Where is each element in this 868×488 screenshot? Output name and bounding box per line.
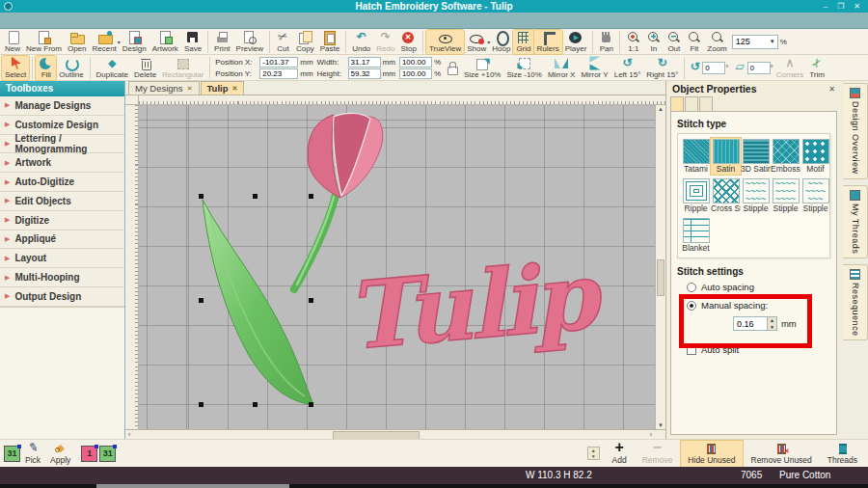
toolbar-button[interactable]: Preview	[233, 30, 266, 54]
auto-split-checkbox[interactable]	[687, 345, 696, 355]
toolbar-button[interactable]: Rulers	[534, 30, 562, 54]
scroll-up-icon[interactable]: ▲	[656, 106, 665, 112]
properties-tab[interactable]	[699, 96, 713, 111]
thread-button[interactable]: Hide Unused	[681, 441, 742, 467]
duplicate-button[interactable]: Duplicate	[94, 56, 131, 80]
close-tab-icon[interactable]: ✕	[231, 85, 237, 93]
toolbox-item[interactable]: ▶ Lettering / Monogramming	[0, 135, 124, 154]
properties-tab[interactable]	[670, 96, 684, 111]
scroll-left-icon[interactable]: ‹	[128, 431, 130, 438]
toolbar-button[interactable]: Redo	[373, 30, 397, 54]
thread-button[interactable]: Add	[606, 441, 634, 467]
toolbar-button[interactable]: Undo	[349, 30, 373, 54]
selection-handle[interactable]	[253, 194, 258, 199]
palette-swatch[interactable]: 1	[81, 446, 97, 462]
position-x-input[interactable]	[259, 57, 298, 68]
toolbar-button[interactable]: Print	[211, 30, 232, 54]
toolbar-button[interactable]: Mirror X	[545, 56, 578, 80]
toolbar-button[interactable]: Show ▾	[464, 30, 489, 54]
toolbar-button[interactable]: Out	[664, 30, 684, 54]
palette-scroll-spinner[interactable]: ▲ ▼	[587, 447, 600, 460]
pick-color-button[interactable]: Pick	[20, 442, 45, 465]
toolbar-button[interactable]: Size +10%	[461, 56, 503, 80]
selection-handle[interactable]	[309, 402, 313, 407]
toolbox-item[interactable]: ▶ Edit Objects	[0, 192, 124, 211]
toolbar-button[interactable]: Right 15°	[643, 56, 681, 80]
docked-panel-tab[interactable]: Design Overview	[843, 83, 868, 179]
spacing-value-input[interactable]	[734, 317, 767, 330]
toolbar-button[interactable]: Size -10%	[503, 56, 544, 80]
auto-spacing-radio[interactable]	[687, 283, 696, 292]
design-canvas[interactable]: Tulip	[139, 105, 655, 429]
minimize-button[interactable]: –	[824, 0, 827, 13]
selection-handle[interactable]	[199, 298, 203, 303]
stitch-type-option[interactable]: Ripple	[681, 177, 711, 214]
width-input[interactable]	[348, 57, 381, 68]
select-button[interactable]: Select	[2, 56, 29, 80]
close-panel-icon[interactable]: ✕	[828, 85, 835, 94]
vertical-scroll-thumb[interactable]	[657, 259, 665, 296]
corners-button[interactable]: Corners	[773, 56, 806, 80]
fill-button[interactable]: Fill	[36, 56, 56, 80]
palette-swatch[interactable]: 31	[99, 446, 116, 462]
scale-x-input[interactable]	[399, 57, 432, 68]
toolbar-button[interactable]: Pan	[596, 30, 616, 54]
stitch-type-option[interactable]: Cross Stitch	[711, 177, 741, 214]
toolbar-button[interactable]: Stop	[397, 30, 419, 54]
toolbar-button[interactable]: New From	[23, 30, 65, 54]
toolbar-button[interactable]: Paste	[317, 30, 342, 54]
toolbox-item[interactable]: ▶ Auto-Digitize	[0, 173, 124, 192]
stitch-type-option[interactable]: Blanket	[681, 217, 711, 254]
selection-handle[interactable]	[199, 402, 203, 407]
zoom-level-input[interactable]	[733, 37, 770, 46]
trim-button[interactable]: Trim	[806, 56, 827, 80]
toolbox-item[interactable]: ▶ Digitize	[0, 211, 124, 230]
stitch-type-option[interactable]: Embossed	[771, 138, 800, 175]
toolbox-item[interactable]: ▶ Layout	[0, 249, 124, 268]
spin-down-icon[interactable]: ▼	[768, 324, 776, 331]
toolbar-button[interactable]: Save	[181, 30, 204, 54]
toolbar-button[interactable]: Copy	[293, 30, 317, 54]
stitch-type-option[interactable]: Stipple	[771, 177, 800, 214]
selection-handle[interactable]	[309, 194, 313, 199]
close-button[interactable]: ✕	[854, 0, 860, 13]
tulip-design[interactable]: Tulip	[139, 105, 655, 427]
chevron-down-icon[interactable]: ▼	[770, 39, 777, 44]
stitch-type-option[interactable]: Stipple	[741, 177, 771, 214]
horizontal-scrollbar[interactable]: ‹ ›	[125, 429, 665, 439]
skew-angle-input[interactable]	[747, 62, 771, 74]
spin-down-icon[interactable]: ▼	[588, 453, 599, 459]
stitch-type-option[interactable]: 3D Satin	[741, 138, 771, 175]
toolbar-button[interactable]: Zoom	[704, 30, 729, 54]
outline-button[interactable]: Outline	[56, 56, 86, 80]
stitch-type-option[interactable]: Satin	[711, 138, 741, 175]
lock-proportions-icon[interactable]	[445, 61, 459, 74]
document-tab[interactable]: Tulip ✕	[201, 81, 245, 95]
toolbox-item[interactable]: ▶ Multi-Hooping	[0, 268, 124, 287]
selection-handle[interactable]	[199, 194, 203, 199]
scale-y-input[interactable]	[399, 68, 432, 79]
restore-button[interactable]: ❐	[837, 0, 844, 13]
toolbox-item[interactable]: ▶ Appliqué	[0, 230, 124, 250]
toolbar-button[interactable]: In	[643, 30, 664, 54]
stitch-type-option[interactable]: Stipple	[800, 177, 830, 214]
toolbox-item[interactable]: ▶ Manage Designs	[0, 96, 124, 116]
toolbar-button[interactable]: Open	[65, 30, 90, 54]
toolbar-button[interactable]: 1:1	[623, 30, 643, 54]
stitch-type-option[interactable]: Tatami	[681, 138, 711, 175]
toolbar-button[interactable]: Fit	[684, 30, 704, 54]
toolbar-button[interactable]: Left 15°	[611, 56, 644, 80]
thread-button[interactable]: Remove	[636, 441, 680, 467]
toolbox-item[interactable]: ▶ Customize Design	[0, 116, 124, 135]
docked-panel-tab[interactable]: My Threads	[843, 185, 868, 258]
toolbar-button[interactable]: Cut	[273, 30, 293, 54]
position-y-input[interactable]	[259, 68, 298, 79]
rectangular-select-button[interactable]: Rectangular	[159, 56, 206, 80]
toolbar-button[interactable]: TrueView	[426, 30, 464, 54]
document-tab[interactable]: My Designs ✕	[128, 81, 200, 95]
toolbar-button[interactable]: Mirror Y	[578, 56, 610, 80]
toolbar-button[interactable]: New	[2, 30, 23, 54]
properties-tab[interactable]	[685, 96, 698, 111]
toolbox-item[interactable]: ▶ Artwork	[0, 153, 124, 173]
toolbar-button[interactable]: Grid	[513, 30, 533, 54]
